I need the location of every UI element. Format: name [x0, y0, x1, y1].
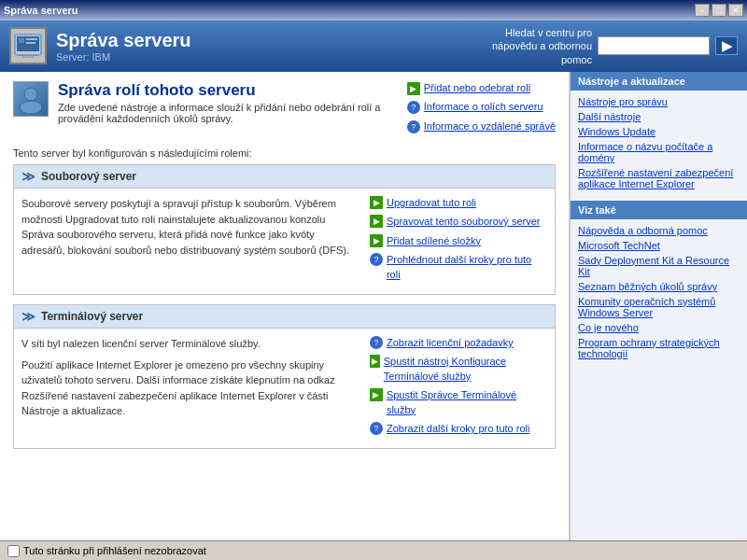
- header-left: Správa serveru Server: IBM: [9, 27, 191, 64]
- remote-info-link[interactable]: Informace o vzdálené správě: [424, 119, 556, 133]
- file-server-body: Souborové servery poskytují a spravují p…: [14, 189, 555, 294]
- blue-arrow-icon3: ?: [370, 422, 383, 435]
- chevron-icon: ≫: [21, 169, 35, 184]
- svg-rect-3: [26, 38, 37, 40]
- file-server-title: Souborový server: [41, 170, 136, 183]
- blue-arrow-icon2: ?: [370, 336, 383, 349]
- ts-config-link[interactable]: Spustit nástroj Konfigurace Terminálové …: [384, 355, 547, 384]
- sidebar-link-admin-tools[interactable]: Nástroje pro správu: [571, 94, 747, 109]
- top-role-actions: ▶ Přidat nebo odebrat roli ? Informace o…: [407, 81, 556, 138]
- terminal-server-section: ≫ Terminálový server V síti byl nalezen …: [13, 304, 556, 449]
- app-icon: [9, 27, 47, 64]
- add-shares-action: ▶ Přidat sdílené složky: [370, 234, 547, 248]
- sidebar-link-other-tools[interactable]: Další nástroje: [571, 109, 747, 124]
- page-title: Správa rolí tohoto serveru: [58, 81, 385, 100]
- file-server-header: ≫ Souborový server: [14, 165, 555, 189]
- sidebar-link-ie-security[interactable]: Rozšířené nastavení zabezpečení aplikace…: [571, 165, 747, 191]
- header-title-group: Správa serveru Server: IBM: [56, 30, 191, 63]
- sidebar-link-computer-name[interactable]: Informace o názvu počítače a domény: [571, 139, 747, 165]
- search-label: Hledat v centru pro nápovědu a odbornou …: [480, 26, 592, 66]
- page-title-text-group: Správa rolí tohoto serveru Zde uvedené n…: [58, 81, 385, 124]
- also-title: Viz také: [571, 201, 747, 219]
- chevron-icon2: ≫: [21, 309, 35, 324]
- tools-title: Nástroje a aktualizace: [571, 72, 747, 91]
- sidebar-link-deployment[interactable]: Sady Deployment Kit a Resource Kit: [571, 253, 747, 279]
- svg-rect-4: [26, 42, 35, 44]
- terminal-server-body: V síti byl nalezen licenční server Termi…: [14, 329, 555, 448]
- sidebar-link-help[interactable]: Nápověda a odborná pomoc: [571, 223, 747, 238]
- green-arrow-icon4: ▶: [370, 355, 380, 368]
- app-title: Správa serveru: [56, 30, 191, 51]
- ts-manager-link[interactable]: Spustit Správce Terminálové služby: [387, 388, 547, 417]
- maximize-button[interactable]: □: [712, 4, 726, 17]
- svg-point-8: [20, 101, 42, 113]
- add-shares-link[interactable]: Přidat sdílené složky: [387, 234, 481, 248]
- svg-rect-2: [19, 38, 24, 43]
- content-area: Správa rolí tohoto serveru Zde uvedené n…: [0, 72, 570, 540]
- sidebar-link-whats-new[interactable]: Co je nového: [571, 320, 747, 335]
- green-arrow-icon2: ▶: [370, 215, 383, 228]
- upgrade-role-action: ▶ Upgradovat tuto roli: [370, 196, 547, 210]
- search-button[interactable]: ▶: [715, 36, 738, 55]
- terminal-server-actions: ? Zobrazit licenční požadavky ▶ Spustit …: [370, 336, 547, 441]
- server-subtitle: Server: IBM: [56, 51, 191, 63]
- main-container: Správa rolí tohoto serveru Zde uvedené n…: [0, 72, 747, 540]
- add-remove-role-link[interactable]: Přidat nebo odebrat roli: [424, 81, 530, 95]
- green-arrow-icon: ▶: [370, 196, 383, 209]
- arrow-icon-blue2: ?: [407, 120, 420, 133]
- config-note: Tento server byl konfigurován s následuj…: [13, 147, 556, 159]
- terminal-server-title: Terminálový server: [41, 310, 143, 323]
- license-link[interactable]: Zobrazit licenční požadavky: [387, 336, 514, 350]
- file-server-actions: ▶ Upgradovat tuto roli ▶ Spravovat tento…: [370, 196, 547, 287]
- ts-manager-action: ▶ Spustit Správce Terminálové služby: [370, 388, 547, 417]
- next-steps-file-link[interactable]: Prohlédnout další kroky pro tuto roli: [387, 253, 547, 282]
- checkbox-row: Tuto stránku při přihlášení nezobrazovat: [7, 545, 206, 557]
- arrow-icon-green: ▶: [407, 82, 420, 95]
- sidebar-link-technet[interactable]: Microsoft TechNet: [571, 238, 747, 253]
- sidebar-link-communities[interactable]: Komunity operačních systémů Windows Serv…: [571, 294, 747, 320]
- checkbox-label: Tuto stránku při přihlášení nezobrazovat: [23, 545, 206, 556]
- page-desc: Zde uvedené nástroje a informace slouží …: [58, 102, 385, 124]
- page-title-section: Správa rolí tohoto serveru Zde uvedené n…: [13, 81, 556, 138]
- svg-rect-6: [19, 55, 37, 56]
- action-add-remove-role: ▶ Přidat nebo odebrat roli: [407, 81, 556, 95]
- window-controls: − □ ✕: [695, 4, 743, 17]
- sidebar-link-strategic[interactable]: Program ochrany strategických technologi…: [571, 335, 747, 361]
- green-arrow-icon5: ▶: [370, 388, 383, 401]
- next-steps-ts-link[interactable]: Zobrazit další kroky pro tuto roli: [387, 422, 529, 436]
- sidebar-link-common-tasks[interactable]: Seznam běžných úkolů správy: [571, 279, 747, 294]
- next-steps-ts-action: ? Zobrazit další kroky pro tuto roli: [370, 422, 547, 436]
- license-action: ? Zobrazit licenční požadavky: [370, 336, 547, 350]
- green-arrow-icon3: ▶: [370, 234, 383, 247]
- role-info-link[interactable]: Informace o rolích serveru: [424, 100, 543, 114]
- manage-server-action: ▶ Spravovat tento souborový server: [370, 215, 547, 229]
- title-bar: Správa serveru − □ ✕: [0, 0, 747, 21]
- app-header: Správa serveru Server: IBM Hledat v cent…: [0, 21, 747, 72]
- window-title: Správa serveru: [4, 5, 78, 16]
- svg-point-7: [24, 88, 37, 101]
- sidebar-link-windows-update[interactable]: Windows Update: [571, 124, 747, 139]
- svg-rect-5: [22, 56, 34, 58]
- page-icon: [13, 81, 49, 117]
- upgrade-role-link[interactable]: Upgradovat tuto roli: [387, 196, 476, 210]
- blue-arrow-icon: ?: [370, 253, 383, 266]
- close-button[interactable]: ✕: [728, 4, 743, 17]
- next-steps-file-action: ? Prohlédnout další kroky pro tuto roli: [370, 253, 547, 282]
- file-server-desc: Souborové servery poskytují a spravují p…: [21, 196, 370, 287]
- terminal-server-desc: V síti byl nalezen licenční server Termi…: [21, 336, 370, 441]
- search-input[interactable]: [598, 36, 710, 55]
- sidebar: Nástroje a aktualizace Nástroje pro sprá…: [570, 72, 747, 540]
- arrow-icon-blue: ?: [407, 101, 420, 114]
- bottom-bar: Tuto stránku při přihlášení nezobrazovat: [0, 540, 747, 560]
- minimize-button[interactable]: −: [695, 4, 710, 17]
- ts-config-action: ▶ Spustit nástroj Konfigurace Terminálov…: [370, 355, 547, 384]
- also-section: Viz také Nápověda a odborná pomoc Micros…: [571, 201, 747, 361]
- terminal-server-header: ≫ Terminálový server: [14, 305, 555, 329]
- action-remote-info: ? Informace o vzdálené správě: [407, 119, 556, 133]
- hide-checkbox[interactable]: [7, 545, 20, 557]
- manage-server-link[interactable]: Spravovat tento souborový server: [387, 215, 540, 229]
- file-server-section: ≫ Souborový server Souborové servery pos…: [13, 164, 556, 295]
- search-area: Hledat v centru pro nápovědu a odbornou …: [480, 26, 738, 66]
- tools-section: Nástroje a aktualizace Nástroje pro sprá…: [571, 72, 747, 191]
- action-role-info: ? Informace o rolích serveru: [407, 100, 556, 114]
